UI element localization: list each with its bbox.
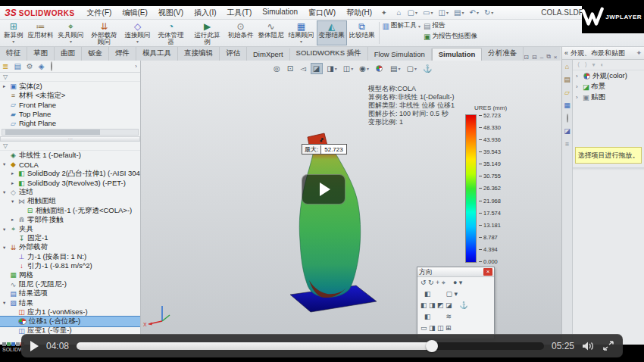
study-tree-row[interactable]: ◈ 非线性 1 (-Default-): [0, 151, 140, 160]
commandmanager-tab[interactable]: 焊件: [109, 47, 136, 61]
undo-icon[interactable]: ↶▾: [467, 8, 480, 17]
tab-overflow-icon[interactable]: ›: [135, 63, 137, 70]
orientation-icon-row[interactable]: ◧ ◨ ◩ ◪ ⚓: [417, 300, 494, 311]
dimxpertmanager-tab-icon[interactable]: ◈: [39, 62, 45, 70]
menu-item[interactable]: 编辑(E): [117, 7, 152, 19]
document-window-button[interactable]: ×: [554, 54, 558, 61]
orientation-icon-row[interactable]: ◧ ▢ ▾: [417, 289, 494, 300]
fullscreen-button[interactable]: [603, 341, 614, 351]
document-window-button[interactable]: ⊟: [532, 54, 537, 61]
expand-arrow-icon[interactable]: ›: [576, 73, 581, 80]
commandmanager-tab[interactable]: Flow Simulation: [368, 48, 432, 61]
study-tree-row[interactable]: ▸ ◧ SolidBody 2(凸台-拉伸1) (-AISI 304-): [0, 169, 140, 178]
progress-handle[interactable]: [426, 340, 438, 352]
progress-bar[interactable]: [77, 342, 544, 350]
study-tree-row[interactable]: 位移1 (-合位移-): [0, 317, 140, 326]
appearance-tree-item[interactable]: › ▣ 贴图: [573, 92, 644, 102]
menu-item[interactable]: Simulation: [258, 7, 302, 19]
expand-arrow-icon[interactable]: ▾: [3, 245, 9, 251]
document-window-button[interactable]: ⊡: [524, 54, 529, 61]
ribbon-button[interactable]: ≔ 应用材料: [26, 20, 56, 45]
tree-row[interactable]: ▰ Top Plane: [0, 110, 140, 119]
appearance-tree-item[interactable]: › ◪ 布景: [573, 81, 644, 92]
commandmanager-tab[interactable]: DimXpert: [247, 48, 290, 61]
menu-item[interactable]: 视图(V): [154, 7, 188, 19]
study-tree-row[interactable]: ↧ 固定-1: [0, 234, 140, 243]
graphics-viewport[interactable]: ◎ ⊡ ◅ ◪: [141, 61, 561, 345]
print-icon[interactable]: ▤▾: [452, 8, 466, 17]
tree-filter[interactable]: ▽: [0, 73, 140, 82]
tree-row[interactable]: ▱ Right Plane: [0, 119, 140, 128]
view-settings-icon[interactable]: ▢ ▾: [404, 63, 418, 74]
expand-arrow-icon[interactable]: ▸: [11, 217, 17, 223]
study-tree-row[interactable]: ▦ 网格: [0, 270, 140, 279]
expand-arrow-icon[interactable]: ▾: [11, 198, 17, 204]
study-tree-row[interactable]: ↓ 引力-1 (-9.81 m/s^2): [0, 261, 140, 270]
commandmanager-tab[interactable]: 直接编辑: [178, 47, 220, 61]
plot-tools-button[interactable]: ▥ 图解工具 ▾: [383, 21, 420, 30]
expand-arrow-icon[interactable]: ▾: [3, 161, 9, 167]
ribbon-button[interactable]: ▶ 运行此算例 ▾: [189, 20, 226, 45]
menu-item[interactable]: 文件(F): [83, 7, 117, 19]
zoom-fit-icon[interactable]: ◎: [271, 63, 283, 74]
commandmanager-tab[interactable]: SOLIDWORKS 插件: [290, 47, 368, 61]
rebuild-icon[interactable]: ↻▾: [482, 8, 496, 17]
ribbon-button[interactable]: ▦ 结果顾问 ▾: [286, 20, 317, 45]
menu-item[interactable]: 工具(T): [223, 7, 257, 19]
displaymanager-tab-icon[interactable]: [50, 62, 53, 70]
ribbon-button[interactable]: ⇊ 外部载荷顾问 ▾: [86, 20, 123, 45]
task-pane-toolbar[interactable]: ⟨ ⟩ ▾ ◐: [573, 60, 644, 70]
forum-tab-icon[interactable]: ≡: [565, 140, 569, 148]
display-style-icon[interactable]: ◫ ▾: [341, 63, 355, 74]
report-button[interactable]: ▤ 报告: [424, 21, 477, 30]
play-button[interactable]: [30, 341, 39, 351]
home-icon[interactable]: ⌂: [395, 8, 405, 17]
orientation-icon-row[interactable]: ▭ ◨ ◫ ⊞: [417, 323, 494, 334]
expand-arrow-icon[interactable]: ▸: [11, 180, 17, 186]
menu-item[interactable]: 帮助(H): [342, 7, 377, 19]
ribbon-button[interactable]: ⊙ 初始条件: [226, 20, 256, 45]
resources-tab-icon[interactable]: ⌂: [565, 63, 569, 70]
expand-arrow-icon[interactable]: ▸: [11, 170, 17, 176]
design-library-tab-icon[interactable]: ▤: [564, 76, 571, 83]
expand-arrow-icon[interactable]: ▾: [3, 300, 9, 306]
document-window-button[interactable]: –: [540, 54, 543, 61]
ribbon-button[interactable]: ◔ 壳体管理器: [153, 20, 189, 45]
study-tree-row[interactable]: ⊥ 力-1 (按条目: 1 N:): [0, 252, 140, 261]
commandmanager-tab[interactable]: 模具工具: [136, 47, 178, 61]
menu-item[interactable]: 窗口(W): [304, 7, 340, 19]
expand-arrow-icon[interactable]: ▾: [3, 226, 9, 232]
study-tree-row[interactable]: ∿ 阻尼 (-无阻尼-): [0, 280, 140, 289]
study-tree-row[interactable]: ▾ ◆ COLA: [0, 160, 140, 169]
section-view-icon[interactable]: ◪: [311, 63, 323, 74]
orientation-icon-row[interactable]: ↺ ↻ + ⌖ ● ▾: [417, 277, 494, 289]
commandmanager-tab[interactable]: 曲面: [55, 47, 82, 61]
save-icon[interactable]: ◫▾: [436, 8, 451, 17]
cola-bottle-model[interactable]: [288, 132, 394, 317]
study-tree-row[interactable]: ▸ ◧ SolidBody 3(Revolve3) (-PET-): [0, 179, 140, 188]
zoom-area-icon[interactable]: ⊡: [285, 63, 296, 74]
study-tree-row[interactable]: ▾ ⌖ 夹具: [0, 224, 140, 233]
report-button[interactable]: ▣ 为报告包括图像: [424, 32, 477, 41]
appearances-tab-icon[interactable]: [566, 114, 569, 122]
study-tree-row[interactable]: ▾ ⋈ 相触面组: [0, 197, 140, 206]
ribbon-button[interactable]: ∿ 整体阻尼: [256, 20, 286, 45]
menu-item[interactable]: 插入(I): [189, 7, 220, 19]
commandmanager-tab[interactable]: 评估: [220, 47, 247, 61]
close-icon[interactable]: ×: [483, 268, 492, 276]
document-window-button[interactable]: ⧉: [546, 53, 551, 61]
commandmanager-tab[interactable]: 钣金: [82, 47, 109, 61]
view-orientation-icon[interactable]: ◨ ▾: [324, 63, 339, 74]
view-palette-tab-icon[interactable]: ▦: [564, 101, 571, 109]
orientation-dialog[interactable]: 方向 × ↺ ↻ + ⌖ ● ▾ ◧ ▢ ▾◧ ◨ ◩ ◪ ⚓ ◧ ≋▭ ◨ ◫…: [417, 267, 495, 339]
commandmanager-tab[interactable]: Simulation: [432, 48, 483, 61]
edit-appearance-icon[interactable]: [373, 64, 386, 73]
study-tree-row[interactable]: ▾ ◇ 连结: [0, 188, 140, 197]
expand-arrow-icon[interactable]: ▾: [3, 189, 9, 195]
hide-show-items-icon[interactable]: ◉ ▾: [357, 63, 371, 74]
collapse-icon[interactable]: «: [564, 49, 568, 57]
study-tree-row[interactable]: ▸ ⋒ 零部件接触: [0, 215, 140, 224]
scrollbar-thumb[interactable]: [5, 130, 100, 135]
study-tree-row[interactable]: ⊟ 相触面组-1 (-无穿透<COLA>-): [0, 206, 140, 215]
tree-row[interactable]: ▸ ▣ 实体(2): [0, 82, 140, 91]
